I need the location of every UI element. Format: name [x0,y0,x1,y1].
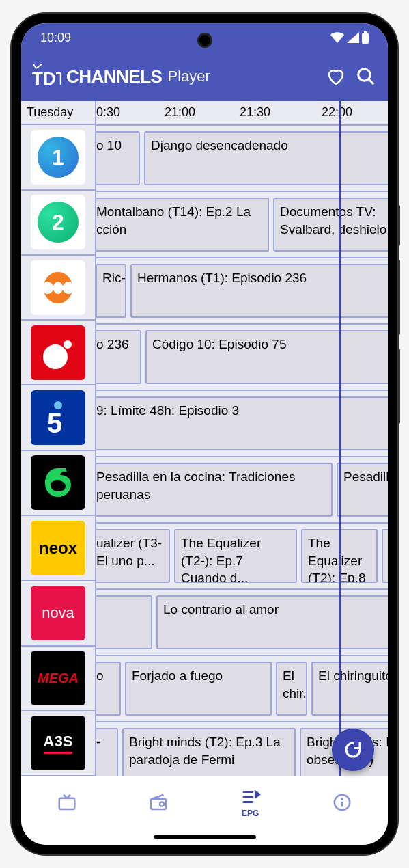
program-cell[interactable]: Separado [382,529,388,583]
svg-line-4 [369,79,374,85]
program-cell[interactable]: ualizer (T3- El uno p... [96,529,170,583]
program-cell[interactable]: Pesadillas [337,463,388,517]
channel-logo-la1[interactable]: 1 [21,125,95,190]
epg-row: o 10Django desencadenado [96,126,388,192]
epg-row: Ric-Hermanos (T1): Episodio 236 [96,258,388,325]
day-label: Tuesday [21,101,95,125]
status-time: 10:09 [40,31,71,45]
programs-grid[interactable]: 0:30 21:00 21:30 22:00 o 10Django desenc… [96,101,388,776]
heart-icon [326,66,346,87]
tv-icon [57,792,77,813]
svg-point-3 [358,69,371,81]
nav-tv[interactable] [21,792,113,813]
svg-text:TDT: TDT [32,68,61,89]
program-cell[interactable]: o 236 [96,330,141,384]
signal-icon [347,32,359,43]
app-bar: TDT CHANNELS Player [21,52,388,101]
search-icon [356,66,376,87]
epg-row: o 236Código 10: Episodio 75 [96,325,388,391]
program-cell[interactable]: Montalbano (T14): Ep.2 La cción [96,198,269,252]
tdt-logo-icon: TDT [32,64,61,89]
side-button [397,349,400,424]
program-cell[interactable]: El chiringuito [311,662,388,716]
side-button [397,205,400,246]
refresh-fab[interactable] [332,729,374,771]
antena3-icon [37,267,79,309]
program-cell[interactable]: Documentos TV: Svalbard, deshielo y t... [273,198,388,252]
cuatro-icon [38,332,79,373]
epg-icon [240,787,261,807]
channel-logo-nova[interactable]: nova [21,581,95,646]
gesture-area [21,828,388,845]
info-icon [332,792,352,813]
status-icons [330,31,369,44]
program-cell[interactable]: Hermanos (T1): Episodio 236 [130,264,388,318]
favorite-button[interactable] [325,66,347,87]
epg-row: 9: Límite 48h: Episodio 3 [96,391,388,457]
svg-point-5 [43,344,68,369]
program-cell[interactable]: Ric- [96,264,126,318]
bottom-nav: EPG [21,776,388,828]
brand: TDT CHANNELS Player [32,64,210,89]
telecinco-icon: 5 [38,397,79,438]
program-cell[interactable]: Código 10: Episodio 75 [145,330,388,384]
camera-punchhole [197,33,212,48]
time-header: 0:30 21:00 21:30 22:00 [96,101,388,126]
brand-sub: Player [167,68,210,85]
epg-row: Montalbano (T14): Ep.2 La cciónDocumento… [96,192,388,258]
program-cell[interactable]: Bright minds (T2): Ep.3 La paradoja de F… [122,728,296,776]
channel-logo-a3[interactable] [21,256,95,321]
time-mark: 22:00 [322,105,352,120]
program-cell[interactable]: o 10 [96,131,140,185]
epg-row: Lo contrario al amor [96,590,388,656]
channel-logo-t5[interactable]: 5 [21,385,95,450]
nav-epg[interactable]: EPG [205,787,296,818]
channel-logo-mega[interactable]: MEGA [21,647,95,711]
epg-row: ualizer (T3- El uno p...The Equalizer (T… [96,524,388,590]
nav-info[interactable] [296,792,388,813]
channel-logo-la2[interactable]: 2 [21,191,95,256]
program-cell[interactable]: Forjado a fuego [125,662,272,716]
channel-logo-neox[interactable]: neox [21,516,95,581]
epg-grid[interactable]: Tuesday 1 2 5 [21,101,388,776]
time-mark: 21:30 [240,105,270,120]
channel-logo-sexta[interactable] [21,451,95,516]
program-cell[interactable] [96,595,152,649]
lasexta-icon [40,464,76,501]
program-cell[interactable]: 9: Límite 48h: Episodio 3 [96,396,388,450]
svg-point-11 [160,802,164,806]
program-cell[interactable]: Lo contrario al amor [156,595,388,649]
side-button [397,260,400,335]
program-cell[interactable]: The Equalizer (T2-): Ep.7 Cuando d... [174,529,297,583]
wifi-icon [330,32,344,43]
program-cell[interactable]: Django desencadenado [144,131,388,185]
time-mark: 0:30 [96,105,120,120]
search-button[interactable] [355,66,377,87]
epg-row: Pesadilla en la cocina: Tradiciones peru… [96,457,388,524]
program-cell[interactable]: El chir... [276,662,307,716]
svg-text:5: 5 [47,408,62,438]
nav-radio[interactable] [113,792,204,813]
screen: 10:09 TDT CHANNELS Player [21,23,388,845]
gesture-bar[interactable] [154,835,256,839]
brand-main: CHANNELS [66,66,162,87]
svg-rect-0 [362,33,369,44]
program-cell[interactable]: o [96,662,121,716]
program-cell[interactable]: Pesadilla en la cocina: Tradiciones peru… [96,463,333,517]
channel-logo-a3s[interactable]: A3S [21,711,95,776]
epg-row: oForjado a fuegoEl chir...El chiringuito [96,656,388,722]
refresh-icon [343,740,363,760]
svg-point-6 [64,340,72,349]
device-frame: 10:09 TDT CHANNELS Player [12,14,397,854]
battery-icon [362,31,369,44]
svg-rect-1 [364,31,367,33]
channel-logo-cuatro[interactable] [21,321,95,385]
time-mark: 21:00 [165,105,195,120]
channels-column: Tuesday 1 2 5 [21,101,96,776]
radio-icon [148,792,169,813]
nav-label: EPG [242,809,259,818]
svg-rect-9 [59,798,75,809]
now-indicator [339,101,341,776]
program-cell[interactable]: - [96,728,118,776]
